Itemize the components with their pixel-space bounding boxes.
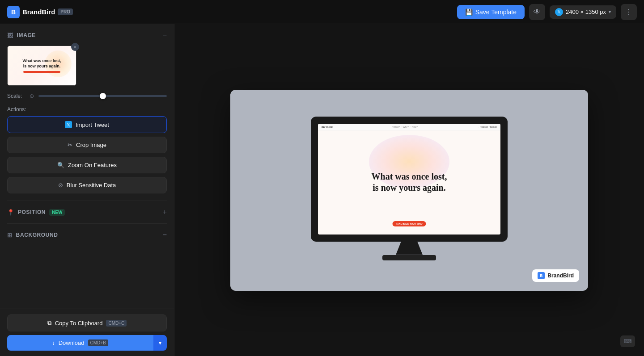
blur-sensitive-button[interactable]: ⊘ Blur Sensitive Data	[7, 177, 167, 193]
divider-1	[7, 201, 167, 201]
screen-nav-links: • What? • Why? • How?	[392, 126, 417, 128]
monitor-body: my mind • What? • Why? • How? → Register…	[311, 117, 508, 242]
nav-link-3: • How?	[411, 126, 418, 128]
image-collapse-button[interactable]: −	[163, 31, 167, 39]
image-preview-inner: What was once lost, is now yours again.	[8, 46, 76, 85]
image-preview[interactable]: What was once lost, is now yours again.	[7, 46, 76, 86]
scale-label: Scale:	[7, 93, 25, 99]
copy-icon: ⧉	[47, 319, 51, 327]
new-badge: NEW	[49, 209, 65, 216]
dimension-button[interactable]: 𝕏 2400 × 1350 px ▾	[550, 5, 616, 19]
position-left: 📍 POSITION NEW	[7, 209, 65, 216]
zoom-on-features-button[interactable]: 🔍 Zoom On Features	[7, 157, 167, 173]
image-section-icon: 🖼	[7, 32, 13, 39]
position-section: 📍 POSITION NEW +	[7, 208, 167, 216]
watermark-icon: B	[538, 272, 545, 279]
left-panel: 🖼 IMAGE − What was once lost, is now you…	[0, 24, 174, 356]
image-preview-container: What was once lost, is now yours again. …	[7, 46, 76, 86]
background-title-text: BACKGROUND	[16, 232, 58, 238]
download-icon: ↓	[52, 339, 55, 346]
screen-nav-logo: my mind	[322, 126, 333, 128]
watermark-label: BrandBird	[547, 272, 574, 279]
screen-nav-cta: → Register / Sign in	[477, 126, 497, 128]
copy-shortcut: CMD+C	[106, 320, 127, 327]
blur-sensitive-label: Blur Sensitive Data	[67, 182, 116, 188]
image-section-title: 🖼 IMAGE	[7, 32, 36, 39]
position-title: POSITION	[18, 209, 46, 215]
chevron-down-icon: ▾	[159, 340, 161, 346]
screen-nav: my mind • What? • Why? • How? → Register…	[318, 124, 500, 130]
save-template-label: Save Template	[475, 8, 517, 16]
blur-icon: ⊘	[58, 182, 63, 188]
download-options-button[interactable]: ▾	[153, 335, 167, 351]
download-row: ↓ Download CMD+B ▾	[7, 335, 167, 351]
monitor-screen: my mind • What? • Why? • How? → Register…	[318, 124, 500, 235]
header-right: 💾 Save Template 👁 𝕏 2400 × 1350 px ▾ ⋮	[457, 4, 637, 20]
monitor-stand	[396, 242, 423, 255]
bottom-actions: ⧉ Copy To Clipboard CMD+C ↓ Download CMD…	[0, 309, 174, 356]
brandbird-logo-icon: B	[7, 6, 20, 18]
brand-name: BrandBird	[22, 8, 55, 16]
brand-logo[interactable]: B BrandBird PRO	[7, 6, 73, 18]
background-collapse-button[interactable]: −	[163, 231, 167, 239]
monitor: my mind • What? • Why? • How? → Register…	[311, 117, 508, 264]
more-icon: ⋮	[625, 8, 632, 16]
copy-label: Copy To Clipboard	[55, 320, 103, 327]
import-tweet-button[interactable]: 𝕏 Import Tweet	[7, 116, 167, 133]
screen-headline: What was once lost, is now yours again.	[372, 171, 447, 193]
preview-bar	[23, 71, 60, 73]
screen-content: What was once lost, is now yours again. …	[318, 130, 500, 235]
background-title: ⊞ BACKGROUND	[7, 232, 58, 239]
crop-image-button[interactable]: ✂ Crop Image	[7, 137, 167, 153]
zoom-on-features-label: Zoom On Features	[68, 162, 117, 168]
copy-to-clipboard-button[interactable]: ⧉ Copy To Clipboard CMD+C	[7, 314, 167, 331]
crop-icon: ✂	[68, 142, 72, 148]
save-template-button[interactable]: 💾 Save Template	[457, 5, 525, 19]
position-add-button[interactable]: +	[163, 208, 167, 216]
import-tweet-label: Import Tweet	[76, 121, 109, 128]
header: B BrandBird PRO 💾 Save Template 👁 𝕏 2400…	[0, 0, 644, 24]
preview-button[interactable]: 👁	[529, 4, 545, 20]
position-icon: 📍	[7, 209, 14, 216]
divider-2	[7, 223, 167, 224]
background-section: ⊞ BACKGROUND −	[7, 231, 167, 239]
download-button[interactable]: ↓ Download CMD+B	[7, 335, 153, 351]
download-shortcut: CMD+B	[88, 339, 108, 346]
zoom-icon: 🔍	[57, 162, 64, 168]
actions-label: Actions:	[7, 106, 167, 113]
canvas-area: my mind • What? • Why? • How? → Register…	[174, 24, 644, 356]
keyboard-icon: ⌨	[624, 338, 631, 344]
nav-link-2: • Why?	[402, 126, 409, 128]
dimension-label: 2400 × 1350 px	[566, 8, 606, 15]
monitor-screen-inner: my mind • What? • Why? • How? → Register…	[318, 124, 500, 235]
twitter-icon: 𝕏	[555, 8, 563, 16]
canvas-frame: my mind • What? • Why? • How? → Register…	[230, 90, 588, 291]
remove-image-button[interactable]: ×	[71, 43, 79, 51]
eye-icon: 👁	[534, 8, 541, 16]
scale-slider[interactable]	[38, 95, 167, 97]
brandbird-watermark: B BrandBird	[532, 269, 579, 282]
header-left: B BrandBird PRO	[7, 6, 73, 18]
download-label: Download	[59, 339, 85, 346]
save-icon: 💾	[465, 8, 473, 16]
image-section-header: 🖼 IMAGE −	[7, 31, 167, 39]
preview-text: What was once lost, is now yours again.	[22, 59, 61, 69]
monitor-base	[382, 255, 436, 260]
main-layout: 🖼 IMAGE − What was once lost, is now you…	[0, 24, 644, 356]
crop-image-label: Crop Image	[76, 142, 106, 148]
left-panel-scroll: 🖼 IMAGE − What was once lost, is now you…	[7, 31, 167, 356]
scale-row: Scale: ⊙	[7, 93, 167, 99]
more-options-button[interactable]: ⋮	[621, 4, 637, 20]
pro-badge: PRO	[58, 8, 73, 15]
image-title-text: IMAGE	[17, 32, 36, 38]
twitter-btn-icon: 𝕏	[65, 121, 72, 128]
screen-cta-button: TAKE BACK YOUR MIND	[393, 221, 426, 226]
scale-icon: ⊙	[30, 93, 34, 99]
chevron-down-icon: ▾	[609, 9, 611, 14]
keyboard-hint: ⌨	[620, 335, 635, 347]
nav-link-1: • What?	[392, 126, 400, 128]
background-icon: ⊞	[7, 232, 13, 239]
